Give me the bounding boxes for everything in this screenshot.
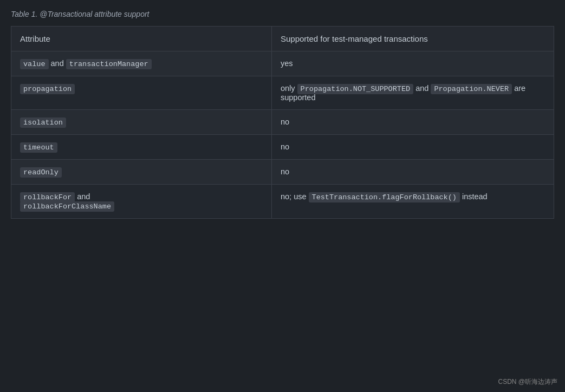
support-code-never: Propagation.NEVER <box>431 84 512 94</box>
attribute-text-and: and <box>51 59 66 68</box>
attribute-code-transactionmanager: transactionManager <box>66 59 152 69</box>
attribute-code-rollbackforclassname: rollbackForClassName <box>20 201 114 212</box>
support-cell: yes <box>271 51 554 76</box>
table-row: value and transactionManager yes <box>11 51 554 76</box>
attribute-cell: rollbackFor and rollbackForClassName <box>11 185 272 219</box>
attribute-cell: isolation <box>11 110 272 135</box>
table-title: Table 1. @Transactional attribute suppor… <box>11 10 554 18</box>
watermark: CSDN @听海边涛声 <box>498 377 557 387</box>
attribute-cell: timeout <box>11 135 272 160</box>
attribute-code-isolation: isolation <box>20 117 66 128</box>
attribute-code-readonly: readOnly <box>20 167 62 178</box>
table-row: timeout no <box>11 135 554 160</box>
attribute-support-table: Attribute Supported for test-managed tra… <box>11 26 554 219</box>
support-cell: no; use TestTransaction.flagForRollback(… <box>271 185 554 219</box>
column-header-attribute: Attribute <box>11 27 272 51</box>
table-header-row: Attribute Supported for test-managed tra… <box>11 27 554 51</box>
attribute-text-and2: and <box>77 192 90 201</box>
support-cell: no <box>271 135 554 160</box>
attribute-code-timeout: timeout <box>20 142 57 153</box>
attribute-code-value: value <box>20 59 49 69</box>
support-code-not-supported: Propagation.NOT_SUPPORTED <box>297 84 414 94</box>
support-cell: no <box>271 160 554 185</box>
support-code-testtransaction: TestTransaction.flagForRollback() <box>309 192 460 202</box>
support-cell: only Propagation.NOT_SUPPORTED and Propa… <box>271 76 554 110</box>
table-row: rollbackFor and rollbackForClassName no;… <box>11 185 554 219</box>
attribute-cell: value and transactionManager <box>11 51 272 76</box>
attribute-cell: readOnly <box>11 160 272 185</box>
support-cell: no <box>271 110 554 135</box>
attribute-cell: propagation <box>11 76 272 110</box>
table-row: isolation no <box>11 110 554 135</box>
table-row: readOnly no <box>11 160 554 185</box>
column-header-support: Supported for test-managed transactions <box>271 27 554 51</box>
table-row: propagation only Propagation.NOT_SUPPORT… <box>11 76 554 110</box>
attribute-code-propagation: propagation <box>20 84 75 94</box>
